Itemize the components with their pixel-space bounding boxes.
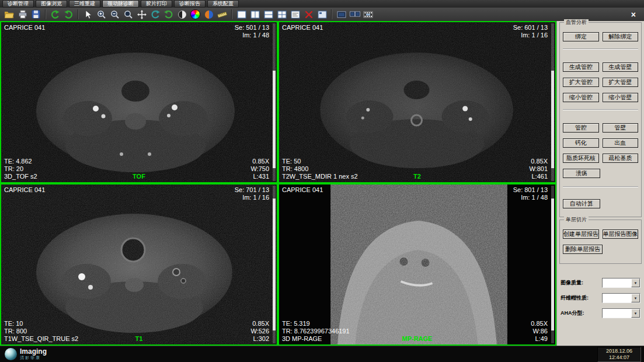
menu-diagnosis-report[interactable]: 诊断报告 [174, 0, 206, 8]
chevron-down-icon[interactable]: ▼ [631, 309, 640, 318]
aha-type-select[interactable]: ▼ [602, 308, 640, 318]
chevron-down-icon[interactable]: ▼ [631, 279, 640, 287]
display-params: 0.85XW:526L:302 [250, 320, 269, 343]
menu-system-config[interactable]: 系统配置 [207, 0, 239, 8]
expand-lumen-button[interactable]: 扩大管腔 [563, 78, 599, 87]
measure-icon[interactable] [216, 9, 228, 20]
open-study-icon[interactable] [3, 9, 15, 20]
delete-icon[interactable] [302, 9, 315, 20]
divider [563, 109, 638, 110]
layout-2x1-icon[interactable] [249, 9, 261, 20]
toolbar-separator [331, 9, 332, 19]
save-icon[interactable] [30, 9, 42, 20]
toolbar: × [0, 8, 644, 21]
ulcer-button[interactable]: 溃疡 [563, 169, 600, 178]
series-info: Se: 801 / 13Im: 1 / 48 [513, 186, 548, 201]
viewport-tof[interactable]: CAPRICE 041 Se: 501 / 13Im: 1 / 48 TE: 4… [0, 21, 278, 183]
shrink-wall-button[interactable]: 缩小管壁 [603, 93, 639, 102]
menu-film-print[interactable]: 胶片打印 [141, 0, 172, 8]
hemorrhage-button[interactable]: 出血 [603, 138, 639, 148]
mri-image-tof [1, 22, 277, 182]
magnifier-icon[interactable] [122, 9, 134, 20]
toolbar-separator [78, 9, 79, 19]
brand: Imaging 清影华康 [5, 348, 47, 360]
toolbar-separator [231, 9, 232, 19]
rotate-cw-icon[interactable] [162, 9, 175, 20]
auto-calculate-button[interactable]: 自动计算 [563, 199, 600, 208]
delete-slice-report-button[interactable]: 删除单层报告 [563, 245, 603, 254]
menu-image-browse[interactable]: 图像浏览 [36, 0, 67, 8]
zoom-out-icon[interactable] [109, 9, 121, 20]
vessel-analysis-group: 血管分析 绑定 解除绑定 生成管腔 生成管壁 扩大管腔 扩大管壁 缩小管腔 缩小… [559, 22, 642, 217]
image-scrollbar[interactable] [551, 23, 554, 181]
image-scrollbar[interactable] [551, 186, 554, 343]
zoom-in-icon[interactable] [95, 9, 107, 20]
patient-label: CAPRICE 041 [4, 24, 45, 32]
slice-report-image-button[interactable]: 单层报告图像 [603, 229, 639, 239]
bind-button[interactable]: 绑定 [563, 32, 599, 41]
screen-dual-icon[interactable] [349, 9, 361, 20]
modality-label: T1 [1, 335, 277, 343]
scrollbar-thumb[interactable] [551, 71, 554, 168]
loose-matrix-button[interactable]: 疏松基质 [603, 154, 639, 163]
viewport-t2[interactable]: CAPRICE 041 Se: 601 / 13Im: 1 / 16 TE: 5… [278, 21, 556, 183]
calcification-button[interactable]: 钙化 [563, 138, 599, 148]
expand-wall-button[interactable]: 扩大管壁 [603, 78, 639, 87]
modality-label: MP-RAGE [279, 335, 555, 343]
create-slice-report-button[interactable]: 创建单层报告 [563, 229, 599, 239]
create-wall-button[interactable]: 生成管壁 [603, 62, 639, 72]
overlay-icon[interactable] [316, 9, 328, 20]
lipid-core-button[interactable]: 脂质坏死核 [563, 154, 599, 163]
patient-label: CAPRICE 041 [282, 186, 323, 194]
invert-icon[interactable] [203, 9, 215, 20]
shrink-lumen-button[interactable]: 缩小管腔 [563, 93, 599, 102]
lumen-button[interactable]: 管腔 [563, 123, 599, 133]
annotation-icon[interactable] [289, 9, 301, 20]
brand-subtitle: 清影华康 [20, 356, 47, 360]
date-text: 2018.12.06 [606, 348, 632, 354]
pan-icon[interactable] [135, 9, 148, 20]
viewport-t1[interactable]: CAPRICE 041 Se: 701 / 13Im: 1 / 16 TE: 1… [0, 183, 278, 346]
image-scrollbar[interactable] [273, 23, 276, 181]
screen-single-icon[interactable] [335, 9, 347, 20]
datetime-display: 2018.12.06 12:44:07 [597, 347, 641, 362]
redo-icon[interactable] [62, 9, 75, 20]
window-level-icon[interactable] [176, 9, 188, 20]
menu-bar: 诊断管理 图像浏览 三维重建 颈动脉诊断 胶片打印 诊断报告 系统配置 [0, 0, 644, 8]
color-wheel-icon[interactable] [189, 9, 201, 20]
rotate-ccw-icon[interactable] [149, 9, 161, 20]
fiber-cap-label: 纤维帽性质: [561, 294, 589, 302]
series-info: Se: 701 / 13Im: 1 / 16 [235, 186, 269, 201]
viewport-mprage[interactable]: CAPRICE 041 Se: 801 / 13Im: 1 / 48 TE: 5… [278, 183, 556, 346]
layout-2x2-icon[interactable] [276, 9, 288, 20]
display-params: 0.85XW:86L:49 [531, 320, 548, 343]
ts-imaging-logo-icon [5, 348, 17, 360]
layout-1x2-icon[interactable] [262, 9, 274, 20]
print-icon[interactable] [16, 9, 29, 20]
layout-1x1-icon[interactable] [235, 9, 248, 20]
scrollbar-thumb[interactable] [551, 199, 554, 331]
fiber-cap-select[interactable]: ▼ [602, 293, 640, 303]
brand-name: Imaging [20, 348, 47, 356]
image-quality-select[interactable]: ▼ [602, 278, 640, 288]
create-lumen-button[interactable]: 生成管腔 [563, 62, 599, 72]
image-scrollbar[interactable] [273, 186, 276, 343]
unbind-button[interactable]: 解除绑定 [603, 32, 639, 41]
toolbar-separator [45, 9, 46, 19]
undo-icon[interactable] [49, 9, 61, 20]
series-info: Se: 501 / 13Im: 1 / 48 [235, 24, 269, 39]
divider [563, 186, 638, 187]
close-icon[interactable]: × [626, 9, 641, 20]
cursor-icon[interactable] [82, 9, 94, 20]
scrollbar-thumb[interactable] [273, 71, 276, 168]
display-params: 0.85XW:750L:431 [250, 158, 269, 180]
image-quality-label: 图像质量: [561, 279, 583, 287]
scrollbar-thumb[interactable] [273, 199, 276, 331]
chevron-down-icon[interactable]: ▼ [631, 294, 640, 302]
wall-button[interactable]: 管壁 [603, 123, 639, 133]
menu-diagnosis-management[interactable]: 诊断管理 [2, 0, 34, 8]
time-text: 12:44:07 [606, 354, 632, 361]
cine-icon[interactable] [362, 9, 374, 20]
menu-carotid-diagnosis[interactable]: 颈动脉诊断 [102, 0, 139, 8]
menu-3d-reconstruction[interactable]: 三维重建 [69, 0, 100, 8]
